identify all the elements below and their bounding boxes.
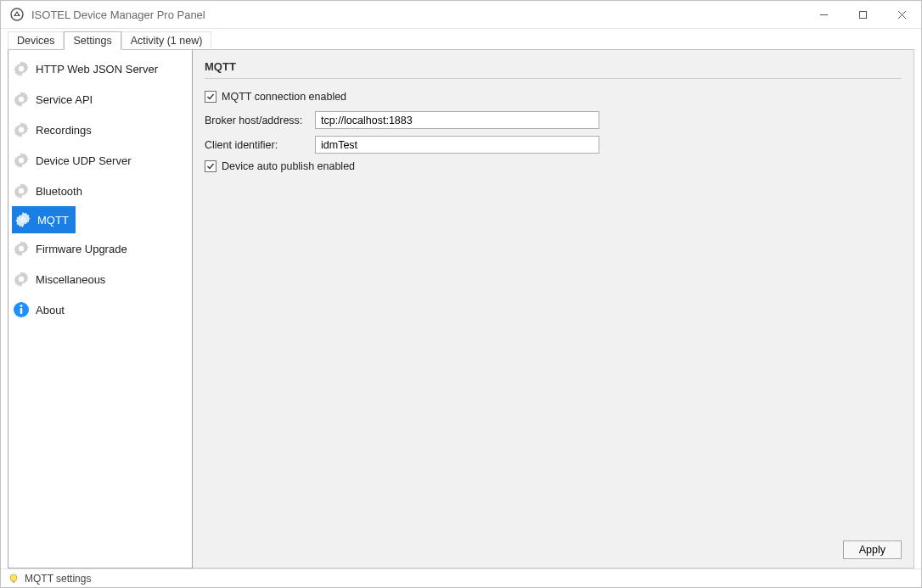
status-text: MQTT settings <box>25 573 91 585</box>
client-identifier-input[interactable] <box>315 136 599 154</box>
info-icon <box>12 300 31 319</box>
client-identifier-row: Client identifier: <box>205 136 902 154</box>
client-identifier-label: Client identifier: <box>205 139 315 151</box>
svg-point-18 <box>10 574 17 581</box>
broker-host-input[interactable] <box>315 111 599 129</box>
app-window: ISOTEL Device Manager Pro Panel Devices … <box>0 0 922 588</box>
sidebar-item-miscellaneous[interactable]: Miscellaneous <box>8 264 192 294</box>
svg-point-2 <box>16 14 18 15</box>
mqtt-form: MQTT connection enabled Broker host/addr… <box>205 91 902 535</box>
tabbar: Devices Settings Activity (1 new) <box>1 29 921 49</box>
gear-icon <box>12 239 31 258</box>
tab-activity[interactable]: Activity (1 new) <box>121 31 212 50</box>
sidebar-item-label: About <box>36 304 65 316</box>
gear-icon <box>12 59 31 78</box>
svg-point-14 <box>19 277 24 282</box>
lightbulb-icon <box>8 573 20 585</box>
tab-settings[interactable]: Settings <box>64 31 121 50</box>
checkbox-label: Device auto publish enabled <box>222 160 355 172</box>
sidebar-item-label: Recordings <box>36 124 92 137</box>
sidebar-item-label: Bluetooth <box>36 185 82 198</box>
apply-bar: Apply <box>205 535 902 559</box>
device-auto-publish-row: Device auto publish enabled <box>205 160 902 172</box>
sidebar-item-about[interactable]: About <box>8 294 192 325</box>
app-icon <box>9 7 25 22</box>
sidebar-item-bluetooth[interactable]: Bluetooth <box>8 176 192 206</box>
svg-rect-17 <box>20 308 23 314</box>
apply-button[interactable]: Apply <box>843 540 902 559</box>
broker-host-row: Broker host/address: <box>205 111 902 129</box>
sidebar-item-firmware-upgrade[interactable]: Firmware Upgrade <box>8 233 192 264</box>
svg-point-7 <box>19 66 24 71</box>
gear-icon <box>14 210 32 229</box>
close-button[interactable] <box>882 1 921 28</box>
sidebar-item-mqtt[interactable]: MQTT <box>12 206 76 233</box>
tab-label: Settings <box>73 35 111 47</box>
gear-icon <box>12 151 31 170</box>
svg-point-12 <box>20 217 25 222</box>
device-auto-publish-checkbox[interactable] <box>205 160 216 172</box>
tab-label: Devices <box>17 35 54 47</box>
statusbar: MQTT settings <box>1 568 921 587</box>
settings-sidebar: HTTP Web JSON Server Service API Recordi… <box>8 50 193 568</box>
sidebar-item-label: Device UDP Server <box>36 154 131 167</box>
svg-point-9 <box>19 127 24 132</box>
maximize-button[interactable] <box>843 1 882 28</box>
svg-point-8 <box>19 97 24 102</box>
svg-point-10 <box>19 158 24 163</box>
gear-icon <box>12 270 31 288</box>
broker-host-label: Broker host/address: <box>205 115 315 126</box>
svg-rect-19 <box>12 580 14 583</box>
sidebar-item-label: Service API <box>36 93 93 106</box>
svg-point-11 <box>19 188 24 193</box>
mqtt-connection-enabled-row: MQTT connection enabled <box>205 91 902 103</box>
checkbox-label: MQTT connection enabled <box>222 91 346 103</box>
sidebar-item-service-api[interactable]: Service API <box>8 84 192 115</box>
sidebar-item-device-udp-server[interactable]: Device UDP Server <box>8 145 192 176</box>
tab-devices[interactable]: Devices <box>8 31 64 50</box>
svg-rect-4 <box>859 11 866 18</box>
content-area: HTTP Web JSON Server Service API Recordi… <box>8 49 914 568</box>
gear-icon <box>12 90 31 109</box>
panel-heading: MQTT <box>205 60 902 79</box>
settings-detail-panel: MQTT MQTT connection enabled Broker host… <box>193 50 914 568</box>
svg-point-13 <box>19 246 24 251</box>
sidebar-item-label: HTTP Web JSON Server <box>36 63 158 76</box>
svg-point-16 <box>20 305 23 307</box>
sidebar-item-http-web-json-server[interactable]: HTTP Web JSON Server <box>8 53 192 84</box>
titlebar: ISOTEL Device Manager Pro Panel <box>1 1 921 29</box>
gear-icon <box>12 120 31 139</box>
minimize-button[interactable] <box>804 1 843 28</box>
sidebar-item-label: Firmware Upgrade <box>36 243 127 255</box>
sidebar-item-recordings[interactable]: Recordings <box>8 115 192 145</box>
window-controls <box>804 1 921 28</box>
window-title: ISOTEL Device Manager Pro Panel <box>31 8 205 21</box>
mqtt-connection-enabled-checkbox[interactable] <box>205 91 216 103</box>
tab-label: Activity (1 new) <box>131 35 203 47</box>
gear-icon <box>12 182 31 200</box>
sidebar-item-label: Miscellaneous <box>36 273 105 286</box>
sidebar-item-label: MQTT <box>37 214 69 227</box>
